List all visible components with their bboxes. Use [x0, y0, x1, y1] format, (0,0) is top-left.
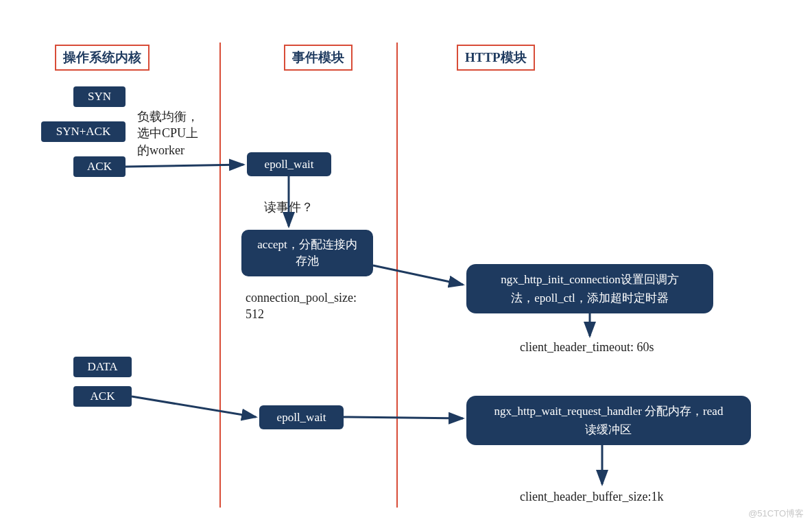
node-syn: SYN: [73, 86, 126, 107]
wh-l2: 读缓冲区: [585, 423, 632, 436]
node-synack: SYN+ACK: [41, 121, 126, 142]
node-ack2: ACK: [73, 386, 132, 407]
column-title-event: 事件模块: [284, 45, 353, 71]
cp-l1: connection_pool_size:: [246, 291, 357, 305]
separator-2: [396, 43, 398, 508]
separator-1: [219, 43, 221, 508]
accept-l1: accept，分配连接内: [257, 238, 357, 251]
watermark: @51CTO博客: [748, 508, 804, 520]
arrow-ack-to-epoll1: [126, 165, 243, 167]
wh-l1: ngx_http_wait_request_handler 分配内存，read: [494, 405, 724, 418]
column-title-kernel: 操作系统内核: [55, 45, 150, 71]
arrows-layer: [0, 0, 812, 524]
label-header-buf: client_header_buffer_size:1k: [520, 488, 664, 505]
note-lb-line1: 负载均衡，: [137, 110, 199, 123]
arrow-accept-to-initconn: [373, 265, 463, 285]
node-accept: accept，分配连接内 存池: [241, 230, 373, 276]
node-epoll-wait-2: epoll_wait: [259, 405, 344, 429]
column-title-http: HTTP模块: [457, 45, 535, 71]
init-l2: 法，epoll_ctl，添加超时定时器: [511, 291, 668, 305]
label-header-timeout: client_header_timeout: 60s: [520, 339, 654, 355]
note-lb-line2: 选中CPU上: [137, 126, 198, 140]
node-data: DATA: [73, 357, 132, 377]
arrow-epoll2-to-wait: [344, 417, 463, 418]
accept-l2: 存池: [296, 254, 319, 267]
node-init-connection: ngx_http_init_connection设置回调方 法，epoll_ct…: [466, 264, 713, 313]
node-ack: ACK: [73, 156, 126, 177]
node-wait-request-handler: ngx_http_wait_request_handler 分配内存，read …: [466, 396, 751, 445]
label-read-event: 读事件？: [264, 199, 313, 215]
note-load-balance: 负载均衡， 选中CPU上 的worker: [137, 108, 199, 158]
cp-l2: 512: [246, 307, 264, 321]
label-conn-pool: connection_pool_size: 512: [246, 289, 357, 323]
arrow-ack2-to-epoll2: [132, 396, 256, 417]
init-l1: ngx_http_init_connection设置回调方: [501, 273, 679, 286]
diagram-stage: 操作系统内核 事件模块 HTTP模块 SYN SYN+ACK ACK DATA …: [0, 0, 812, 524]
note-lb-line3: 的worker: [137, 143, 184, 157]
node-epoll-wait-1: epoll_wait: [247, 152, 331, 176]
